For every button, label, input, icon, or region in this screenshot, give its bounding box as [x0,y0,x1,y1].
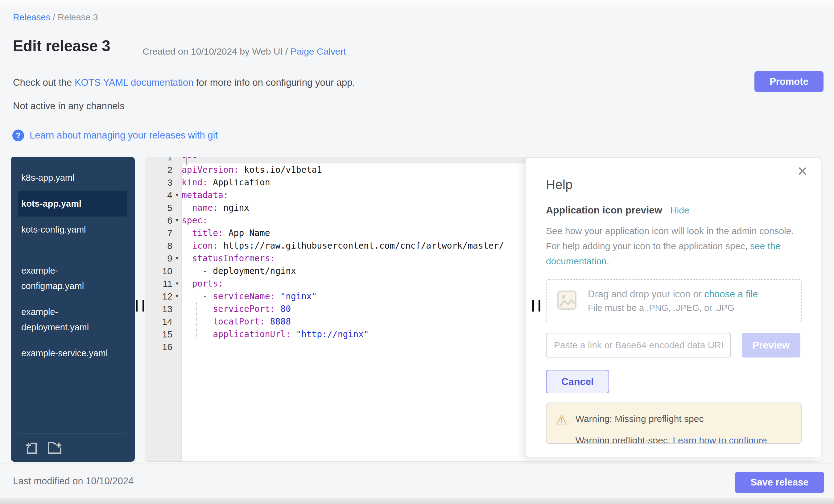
footer-divider [0,464,834,464]
code-text: ports: [182,277,223,290]
line-number: 4 [145,189,172,201]
file-list-divider [19,250,127,250]
file-tree-item-example-deployment.yaml[interactable]: example-deployment.yaml [18,299,127,340]
doc-post-text: for more info on configuring your app. [193,77,355,88]
image-placeholder-icon [557,290,577,311]
kots-yaml-doc-link[interactable]: KOTS YAML documentation [75,77,193,88]
code-text: title: App Name [182,227,270,239]
sidebar-actions [24,441,63,456]
icon-preview-description: See how your application icon will look … [546,223,799,269]
code-text: - deployment/nginx [182,265,296,277]
save-release-button[interactable]: Save release [735,472,824,493]
description-period: . [607,256,609,266]
code-text: spec: [182,214,207,227]
fold-spacer [172,176,182,189]
fold-spacer [172,341,182,353]
file-name: example-configmap.yaml [21,263,114,294]
learn-configure-link[interactable]: Learn how to configure [673,435,767,444]
sidebar-resize-handle-bar-1[interactable] [136,300,137,311]
code-text: --- [182,157,197,163]
created-info: Created on 10/10/2024 by Web UI / Paige … [142,46,346,57]
icon-url-input[interactable] [546,333,731,357]
line-number: 11 [145,277,172,290]
dropzone-text: Drag and drop your icon or [588,289,704,300]
line-number: 3 [145,176,172,189]
file-tree-item-example-service.yaml[interactable]: example-service.yaml [18,340,127,366]
fold-spacer [172,315,182,328]
warning-text: Warning preflight-spec. [575,435,673,444]
fold-spacer [172,265,182,277]
text-cursor [186,157,186,165]
add-file-icon[interactable] [24,441,39,456]
code-text: metadata: [182,189,228,201]
file-name: kots-config.yaml [21,222,114,237]
line-number: 8 [145,239,172,252]
breadcrumb-separator: / [50,12,58,22]
line-number: 9 [145,252,172,265]
line-number: 7 [145,227,172,239]
sidebar-resize-handle-bar-2[interactable] [142,300,144,311]
file-tree-item-kots-app.yaml[interactable]: kots-app.yaml [18,191,127,217]
code-text: name: nginx [182,201,249,214]
help-panel-resize-handle-bar-2[interactable] [539,300,540,311]
breadcrumb-releases-link[interactable]: Releases [13,12,50,22]
code-text: statusInformers: [182,252,275,265]
window-bottom-strip [0,498,834,504]
author-link[interactable]: Paige Calvert [290,46,346,57]
fold-spacer [172,227,182,239]
fold-arrow-icon[interactable]: ▾ [172,189,182,201]
breadcrumb-current: Release 3 [58,12,98,22]
close-icon[interactable]: ✕ [797,165,808,178]
fold-arrow-icon[interactable]: ▾ [172,277,182,290]
help-panel-title: Help [546,177,801,192]
git-help-link[interactable]: Learn about managing your releases with … [29,130,218,141]
cancel-button[interactable]: Cancel [546,370,609,393]
fold-spacer [172,328,182,341]
code-text: localPort: 8888 [182,315,291,328]
fold-arrow-icon[interactable]: ▾ [172,290,182,303]
line-number: 14 [145,315,172,328]
question-mark-icon: ? [12,130,24,141]
icon-dropzone[interactable]: Drag and drop your icon or choose a file… [546,279,802,322]
file-tree-item-kots-config.yaml[interactable]: kots-config.yaml [18,217,127,242]
git-help-row: ? Learn about managing your releases wit… [12,130,218,141]
line-number: 13 [145,303,172,315]
channel-status: Not active in any channels [13,101,125,112]
fold-spacer [172,303,182,315]
help-panel-resize-handle-bar-1[interactable] [532,300,534,311]
choose-file-link[interactable]: choose a file [704,289,758,300]
fold-spacer [172,157,182,163]
code-text: applicationUrl: "http://nginx" [182,328,369,341]
line-number: 12 [145,290,172,303]
indent-guide [196,300,197,339]
fold-spacer [172,239,182,252]
doc-callout: Check out the KOTS YAML documentation fo… [13,77,355,88]
line-number: 10 [145,265,172,277]
add-folder-icon[interactable] [47,441,63,456]
window-top-strip [0,0,834,7]
file-list: k8s-app.yamlkots-app.yamlkots-config.yam… [11,157,135,366]
line-number: 1 [145,157,172,163]
sidebar-bottom-divider [19,433,127,433]
line-number: 6 [145,214,172,227]
file-tree-item-example-configmap.yaml[interactable]: example-configmap.yaml [18,258,127,299]
line-number: 15 [145,328,172,341]
code-text: - serviceName: "nginx" [182,290,317,303]
created-text: Created on 10/10/2024 by Web UI / [142,46,290,57]
fold-arrow-icon[interactable]: ▾ [172,214,182,227]
preview-button[interactable]: Preview [742,333,800,357]
dropzone-hint: File must be a .PNG, .JPEG, or .JPG [588,303,758,313]
last-modified-text: Last modified on 10/10/2024 [13,476,134,487]
code-text: servicePort: 80 [182,303,291,315]
line-number: 16 [145,341,172,353]
file-tree-item-k8s-app.yaml[interactable]: k8s-app.yaml [18,165,127,191]
line-number: 2 [145,163,172,176]
fold-arrow-icon[interactable]: ▾ [172,252,182,265]
file-name: example-deployment.yaml [21,304,114,335]
hide-link[interactable]: Hide [670,205,689,216]
code-text: apiVersion: kots.io/v1beta1 [182,163,322,176]
file-name: k8s-app.yaml [21,170,114,185]
doc-pre-text: Check out the [13,77,75,88]
promote-button[interactable]: Promote [754,71,824,92]
help-panel: ✕ Help Application icon preview Hide See… [526,158,821,457]
